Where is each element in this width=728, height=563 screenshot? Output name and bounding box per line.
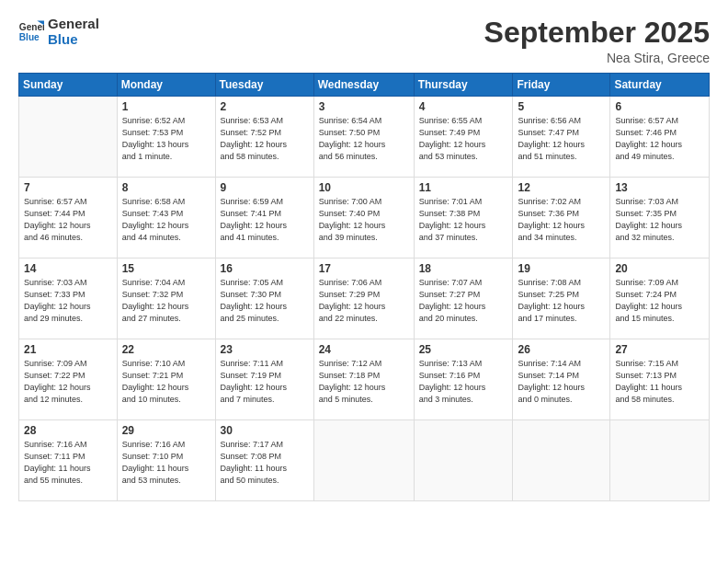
week-row-5: 28Sunrise: 7:16 AM Sunset: 7:11 PM Dayli… — [19, 420, 710, 501]
calendar-cell: 26Sunrise: 7:14 AM Sunset: 7:14 PM Dayli… — [513, 339, 610, 420]
logo-blue: Blue — [48, 32, 99, 48]
day-info: Sunrise: 7:07 AM Sunset: 7:27 PM Dayligh… — [419, 277, 508, 325]
weekday-header-monday: Monday — [117, 74, 215, 97]
calendar-cell: 23Sunrise: 7:11 AM Sunset: 7:19 PM Dayli… — [215, 339, 313, 420]
day-number: 7 — [24, 181, 112, 194]
title-block: September 2025 Nea Stira, Greece — [484, 17, 710, 65]
calendar-cell: 20Sunrise: 7:09 AM Sunset: 7:24 PM Dayli… — [610, 259, 710, 339]
day-number: 30 — [221, 424, 309, 437]
week-row-1: 1Sunrise: 6:52 AM Sunset: 7:53 PM Daylig… — [19, 97, 710, 178]
calendar-body: 1Sunrise: 6:52 AM Sunset: 7:53 PM Daylig… — [19, 97, 710, 501]
day-info: Sunrise: 6:56 AM Sunset: 7:47 PM Dayligh… — [518, 115, 605, 163]
calendar-cell — [414, 420, 513, 501]
day-number: 5 — [518, 100, 605, 113]
day-info: Sunrise: 6:52 AM Sunset: 7:53 PM Dayligh… — [122, 115, 210, 163]
weekday-header-wednesday: Wednesday — [313, 74, 414, 97]
day-info: Sunrise: 7:16 AM Sunset: 7:10 PM Dayligh… — [122, 439, 210, 487]
calendar-cell: 18Sunrise: 7:07 AM Sunset: 7:27 PM Dayli… — [414, 259, 513, 339]
calendar-cell: 28Sunrise: 7:16 AM Sunset: 7:11 PM Dayli… — [19, 420, 118, 501]
weekday-header-saturday: Saturday — [610, 74, 710, 97]
calendar-cell: 22Sunrise: 7:10 AM Sunset: 7:21 PM Dayli… — [117, 339, 215, 420]
calendar-cell: 5Sunrise: 6:56 AM Sunset: 7:47 PM Daylig… — [513, 97, 610, 178]
day-info: Sunrise: 7:03 AM Sunset: 7:35 PM Dayligh… — [615, 196, 704, 244]
day-number: 28 — [24, 424, 112, 437]
day-info: Sunrise: 7:03 AM Sunset: 7:33 PM Dayligh… — [24, 277, 112, 325]
day-number: 17 — [319, 262, 409, 275]
day-info: Sunrise: 7:16 AM Sunset: 7:11 PM Dayligh… — [24, 439, 112, 487]
header: General Blue General Blue September 2025… — [18, 17, 710, 65]
calendar-cell: 13Sunrise: 7:03 AM Sunset: 7:35 PM Dayli… — [610, 178, 710, 259]
day-number: 21 — [24, 343, 112, 356]
day-info: Sunrise: 7:13 AM Sunset: 7:16 PM Dayligh… — [419, 358, 508, 406]
calendar-cell: 16Sunrise: 7:05 AM Sunset: 7:30 PM Dayli… — [215, 259, 313, 339]
calendar-cell: 14Sunrise: 7:03 AM Sunset: 7:33 PM Dayli… — [19, 259, 118, 339]
day-info: Sunrise: 6:55 AM Sunset: 7:49 PM Dayligh… — [419, 115, 508, 163]
day-info: Sunrise: 7:01 AM Sunset: 7:38 PM Dayligh… — [419, 196, 508, 244]
calendar-cell: 9Sunrise: 6:59 AM Sunset: 7:41 PM Daylig… — [215, 178, 313, 259]
page: General Blue General Blue September 2025… — [0, 0, 728, 563]
weekday-header-row: SundayMondayTuesdayWednesdayThursdayFrid… — [19, 74, 710, 97]
calendar-cell: 29Sunrise: 7:16 AM Sunset: 7:10 PM Dayli… — [117, 420, 215, 501]
week-row-3: 14Sunrise: 7:03 AM Sunset: 7:33 PM Dayli… — [19, 259, 710, 339]
calendar-cell: 2Sunrise: 6:53 AM Sunset: 7:52 PM Daylig… — [215, 97, 313, 178]
calendar-cell: 3Sunrise: 6:54 AM Sunset: 7:50 PM Daylig… — [313, 97, 414, 178]
month-title: September 2025 — [484, 17, 710, 49]
day-number: 13 — [615, 181, 704, 194]
calendar-cell: 6Sunrise: 6:57 AM Sunset: 7:46 PM Daylig… — [610, 97, 710, 178]
logo-icon: General Blue — [18, 19, 44, 45]
day-info: Sunrise: 7:10 AM Sunset: 7:21 PM Dayligh… — [122, 358, 210, 406]
calendar-cell: 27Sunrise: 7:15 AM Sunset: 7:13 PM Dayli… — [610, 339, 710, 420]
logo-general: General — [48, 17, 99, 32]
calendar-cell — [513, 420, 610, 501]
day-number: 18 — [419, 262, 508, 275]
day-number: 29 — [122, 424, 210, 437]
day-info: Sunrise: 6:58 AM Sunset: 7:43 PM Dayligh… — [122, 196, 210, 244]
day-info: Sunrise: 7:09 AM Sunset: 7:22 PM Dayligh… — [24, 358, 112, 406]
day-info: Sunrise: 7:05 AM Sunset: 7:30 PM Dayligh… — [221, 277, 309, 325]
calendar-cell: 1Sunrise: 6:52 AM Sunset: 7:53 PM Daylig… — [117, 97, 215, 178]
calendar-cell: 4Sunrise: 6:55 AM Sunset: 7:49 PM Daylig… — [414, 97, 513, 178]
calendar-cell — [610, 420, 710, 501]
calendar-cell: 12Sunrise: 7:02 AM Sunset: 7:36 PM Dayli… — [513, 178, 610, 259]
day-info: Sunrise: 6:57 AM Sunset: 7:44 PM Dayligh… — [24, 196, 112, 244]
calendar-cell — [313, 420, 414, 501]
day-info: Sunrise: 7:02 AM Sunset: 7:36 PM Dayligh… — [518, 196, 605, 244]
weekday-header-thursday: Thursday — [414, 74, 513, 97]
calendar-cell: 19Sunrise: 7:08 AM Sunset: 7:25 PM Dayli… — [513, 259, 610, 339]
day-number: 15 — [122, 262, 210, 275]
weekday-header-tuesday: Tuesday — [215, 74, 313, 97]
calendar-cell: 30Sunrise: 7:17 AM Sunset: 7:08 PM Dayli… — [215, 420, 313, 501]
day-info: Sunrise: 6:59 AM Sunset: 7:41 PM Dayligh… — [221, 196, 309, 244]
day-info: Sunrise: 7:09 AM Sunset: 7:24 PM Dayligh… — [615, 277, 704, 325]
day-number: 8 — [122, 181, 210, 194]
day-number: 9 — [221, 181, 309, 194]
week-row-4: 21Sunrise: 7:09 AM Sunset: 7:22 PM Dayli… — [19, 339, 710, 420]
calendar-table: SundayMondayTuesdayWednesdayThursdayFrid… — [18, 73, 710, 501]
day-number: 26 — [518, 343, 605, 356]
calendar-cell: 7Sunrise: 6:57 AM Sunset: 7:44 PM Daylig… — [19, 178, 118, 259]
calendar-cell: 11Sunrise: 7:01 AM Sunset: 7:38 PM Dayli… — [414, 178, 513, 259]
day-info: Sunrise: 7:15 AM Sunset: 7:13 PM Dayligh… — [615, 358, 704, 406]
day-info: Sunrise: 7:12 AM Sunset: 7:18 PM Dayligh… — [319, 358, 409, 406]
day-number: 12 — [518, 181, 605, 194]
calendar-cell: 24Sunrise: 7:12 AM Sunset: 7:18 PM Dayli… — [313, 339, 414, 420]
weekday-header-sunday: Sunday — [19, 74, 118, 97]
day-number: 3 — [319, 100, 409, 113]
svg-text:Blue: Blue — [19, 31, 40, 41]
weekday-header-friday: Friday — [513, 74, 610, 97]
day-number: 10 — [319, 181, 409, 194]
day-number: 2 — [221, 100, 309, 113]
day-info: Sunrise: 7:17 AM Sunset: 7:08 PM Dayligh… — [221, 439, 309, 487]
day-number: 20 — [615, 262, 704, 275]
day-number: 1 — [122, 100, 210, 113]
day-number: 14 — [24, 262, 112, 275]
day-info: Sunrise: 7:14 AM Sunset: 7:14 PM Dayligh… — [518, 358, 605, 406]
day-number: 16 — [221, 262, 309, 275]
day-info: Sunrise: 7:06 AM Sunset: 7:29 PM Dayligh… — [319, 277, 409, 325]
calendar-cell: 17Sunrise: 7:06 AM Sunset: 7:29 PM Dayli… — [313, 259, 414, 339]
day-number: 24 — [319, 343, 409, 356]
calendar-cell: 10Sunrise: 7:00 AM Sunset: 7:40 PM Dayli… — [313, 178, 414, 259]
calendar-cell: 25Sunrise: 7:13 AM Sunset: 7:16 PM Dayli… — [414, 339, 513, 420]
day-info: Sunrise: 7:08 AM Sunset: 7:25 PM Dayligh… — [518, 277, 605, 325]
day-info: Sunrise: 7:04 AM Sunset: 7:32 PM Dayligh… — [122, 277, 210, 325]
